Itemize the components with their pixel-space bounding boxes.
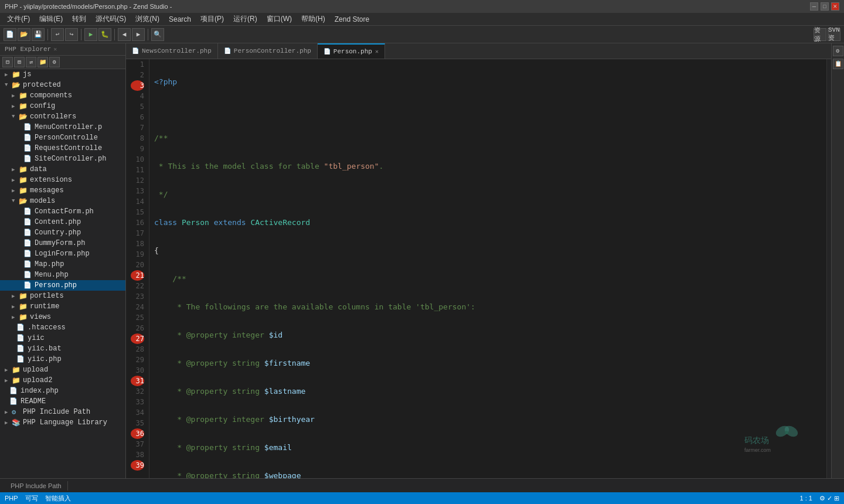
menu-source[interactable]: 源代码(S) <box>91 13 131 25</box>
tree-item-person-php[interactable]: 📄 Person.php <box>0 280 125 291</box>
toolbar-sep1 <box>47 29 48 40</box>
tree-item-language-library[interactable]: ▶ 📚 PHP Language Library <box>0 417 125 428</box>
tree-item-personcontroller[interactable]: 📄 PersonControlle <box>0 132 125 143</box>
forward-button[interactable]: ▶ <box>132 28 145 41</box>
code-line-15: * @property string $webpage <box>154 471 822 478</box>
tree-item-components[interactable]: ▶ 📁 components <box>0 90 125 101</box>
run-button[interactable]: ▶ <box>84 28 97 41</box>
right-panel-btn2[interactable]: 📋 <box>833 59 843 69</box>
menu-file[interactable]: 文件(F) <box>2 13 35 25</box>
tab-person-php-label: Person.php <box>333 48 372 55</box>
line-num-3: 3 <box>131 80 144 91</box>
undo-button[interactable]: ↩ <box>51 28 64 41</box>
menu-edit[interactable]: 编辑(E) <box>35 13 67 25</box>
resources-button[interactable]: 资源 <box>814 28 826 41</box>
maximize-button[interactable]: □ <box>821 2 829 11</box>
back-button[interactable]: ◀ <box>118 28 131 41</box>
menu-bar: 文件(F) 编辑(E) 转到 源代码(S) 浏览(N) Search 项目(P)… <box>0 13 844 26</box>
close-button[interactable]: ✕ <box>831 2 839 11</box>
tree-item-upload[interactable]: ▶ 📁 upload <box>0 365 125 375</box>
menu-zend-store[interactable]: Zend Store <box>330 14 374 25</box>
new-file-button[interactable]: 📄 <box>4 28 16 41</box>
tab-person-php[interactable]: 📄 Person.php ✕ <box>318 43 385 59</box>
minimize-button[interactable]: ─ <box>810 2 818 11</box>
status-icons: ⚙ ✓ ⊞ <box>819 495 839 502</box>
code-line-2 <box>154 105 822 115</box>
tree-item-map[interactable]: 📄 Map.php <box>0 259 125 270</box>
tab-newscontroller[interactable]: 📄 NewsController.php <box>126 43 218 59</box>
tree-item-readme[interactable]: 📄 README <box>0 396 125 407</box>
tree-item-models[interactable]: ▼ 📂 models <box>0 196 125 206</box>
tab-person-php-close[interactable]: ✕ <box>375 48 379 55</box>
line-num-29: 29 <box>131 355 144 365</box>
menu-goto[interactable]: 转到 <box>67 13 91 25</box>
collapse-all-button[interactable]: ⊟ <box>2 57 13 67</box>
status-smart-insert: 智能插入 <box>45 494 71 503</box>
tree-item-menu[interactable]: 📄 Menu.php <box>0 270 125 280</box>
language-library-icon: 📚 <box>12 418 21 427</box>
code-line-4: * This is the model class for table "tbl… <box>154 161 822 172</box>
tree-item-index-php[interactable]: 📄 index.php <box>0 386 125 396</box>
tree-item-views[interactable]: ▶ 📁 views <box>0 312 125 322</box>
tree-item-config[interactable]: ▶ 📁 config <box>0 101 125 111</box>
line-num-18: 18 <box>131 239 144 249</box>
search-button[interactable]: 🔍 <box>151 28 164 41</box>
tab-personcontroller[interactable]: 📄 PersonController.php <box>218 43 318 59</box>
tree-item-yiic-bat[interactable]: 📄 yiic.bat <box>0 343 125 354</box>
tree-item-menucontroller[interactable]: 📄 MenuController.p <box>0 122 125 132</box>
debug-button[interactable]: 🐛 <box>98 28 111 41</box>
tree-item-content[interactable]: 📄 Content.php <box>0 217 125 227</box>
sidebar-title: PHP Explorer <box>5 46 51 53</box>
menu-window[interactable]: 窗口(W) <box>262 13 297 25</box>
tree-item-js[interactable]: ▶ 📁 js <box>0 69 125 80</box>
tree-item-messages[interactable]: ▶ 📁 messages <box>0 185 125 196</box>
status-position: 1 : 1 <box>799 495 812 502</box>
tree-item-portlets[interactable]: ▶ 📁 portlets <box>0 291 125 301</box>
tree-item-yiic[interactable]: 📄 yiic <box>0 333 125 343</box>
menu-help[interactable]: 帮助(H) <box>297 13 330 25</box>
tree-item-upload2[interactable]: ▶ 📁 upload2 <box>0 375 125 386</box>
link-editor-button[interactable]: ⇌ <box>26 57 36 67</box>
redo-button[interactable]: ↪ <box>65 28 78 41</box>
expand-all-button[interactable]: ⊞ <box>14 57 25 67</box>
tree-item-requestcontroller[interactable]: 📄 RequestControlle <box>0 143 125 154</box>
svn-button[interactable]: SVN 资 <box>828 28 840 41</box>
open-button[interactable]: 📂 <box>18 28 30 41</box>
tree-item-protected[interactable]: ▼ 📂 protected <box>0 80 125 90</box>
tree-item-controllers[interactable]: ▼ 📂 controllers <box>0 111 125 122</box>
tree-item-data[interactable]: ▶ 📁 data <box>0 164 125 175</box>
menu-browse[interactable]: 浏览(N) <box>131 13 164 25</box>
code-content[interactable]: <?php /** * This is the model class for … <box>149 59 826 478</box>
tree-item-include-path[interactable]: ▶ ⚙ PHP Include Path <box>0 407 125 417</box>
tree-item-htaccess[interactable]: 📄 .htaccess <box>0 322 125 333</box>
tree-item-yiic-php[interactable]: 📄 yiic.php <box>0 354 125 365</box>
right-panel: ⚙ 📋 <box>831 43 844 478</box>
tree-item-runtime[interactable]: ▶ 📁 runtime <box>0 301 125 312</box>
tab-person-php-icon: 📄 <box>324 48 331 55</box>
line-num-35: 35 <box>131 418 144 428</box>
line-num-30: 30 <box>131 365 144 376</box>
menu-search[interactable]: Search <box>164 14 196 25</box>
tree-item-loginform[interactable]: 📄 LoginForm.php <box>0 248 125 259</box>
sidebar-settings-button[interactable]: ⚙ <box>49 57 60 67</box>
menu-run[interactable]: 运行(R) <box>229 13 262 25</box>
code-editor[interactable]: 1 2 3 4 5 6 7 8 9 10 11 12 13 14 15 16 1… <box>126 59 831 478</box>
line-num-38: 38 <box>131 449 144 460</box>
right-panel-btn1[interactable]: ⚙ <box>833 46 843 56</box>
save-button[interactable]: 💾 <box>32 28 45 41</box>
new-folder-button[interactable]: 📁 <box>38 57 48 67</box>
country-file-icon: 📄 <box>23 229 33 237</box>
toolbar-right: 资源 SVN 资 <box>814 28 840 41</box>
menu-project[interactable]: 项目(P) <box>196 13 229 25</box>
line-num-19: 19 <box>131 249 144 260</box>
bottom-tab-include-path[interactable]: PHP Include Path <box>5 481 68 491</box>
line-num-36: 36 <box>131 428 144 439</box>
tree-item-contactform[interactable]: 📄 ContactForm.ph <box>0 206 125 217</box>
tree-item-dummyform[interactable]: 📄 DummyForm.ph <box>0 238 125 248</box>
components-folder-icon: 📁 <box>19 91 28 100</box>
tree-item-sitecontroller[interactable]: 📄 SiteController.ph <box>0 154 125 164</box>
tree-item-extensions[interactable]: ▶ 📁 extensions <box>0 175 125 185</box>
code-line-11: * @property string $firstname <box>154 358 822 369</box>
status-right: 1 : 1 ⚙ ✓ ⊞ <box>799 495 839 502</box>
tree-item-country[interactable]: 📄 Country.php <box>0 227 125 238</box>
